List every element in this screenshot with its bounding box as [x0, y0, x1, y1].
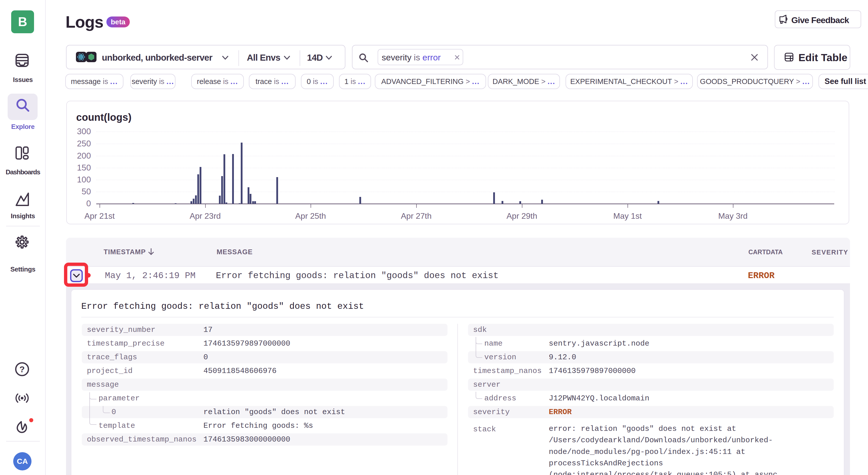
svg-text:?: ?	[20, 364, 25, 374]
